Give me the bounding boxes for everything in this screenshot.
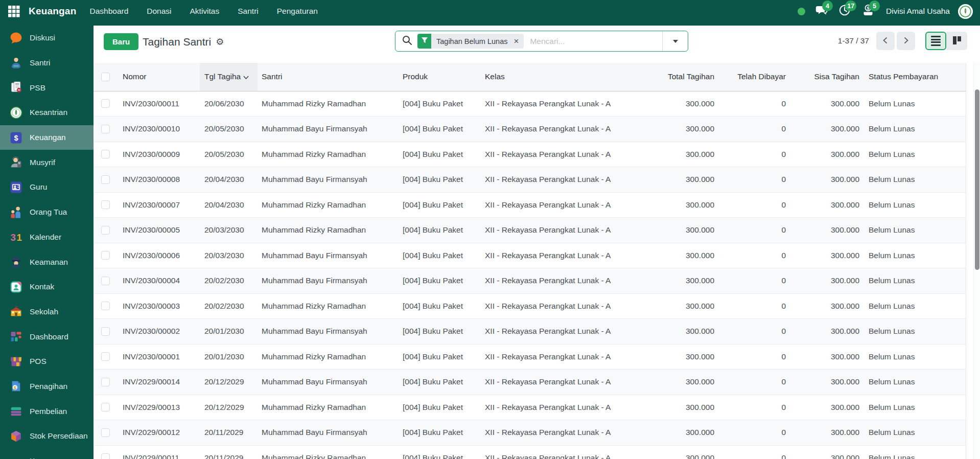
- cell-tgl[interactable]: 20/04/2030: [200, 167, 258, 193]
- cell-santri[interactable]: Muhammad Rizky Ramadhan: [258, 445, 399, 459]
- cell-santri[interactable]: Muhammad Bayu Firmansyah: [258, 243, 399, 268]
- sidebar-item-stok-persediaan[interactable]: Stok Persediaan: [0, 424, 94, 449]
- search-input[interactable]: [530, 37, 662, 46]
- row-checkbox[interactable]: [101, 175, 110, 184]
- messages-button[interactable]: 4: [813, 4, 829, 19]
- sidebar-item-keamanan[interactable]: Keamanan: [0, 249, 94, 274]
- column-header-dibayar[interactable]: Telah Dibayar: [715, 63, 787, 91]
- cell-nomor[interactable]: INV/2030/00009: [121, 142, 200, 167]
- cell-total[interactable]: 300.000: [662, 218, 715, 243]
- cell-nomor[interactable]: INV/2030/00010: [121, 117, 200, 142]
- cell-produk[interactable]: [004] Buku Paket: [399, 142, 481, 167]
- filter-remove-icon[interactable]: ×: [512, 37, 524, 45]
- cell-total[interactable]: 300.000: [662, 268, 715, 294]
- table-row[interactable]: INV/2030/0000620/03/2030Muhammad Bayu Fi…: [94, 243, 966, 268]
- cell-santri[interactable]: Muhammad Bayu Firmansyah: [258, 420, 399, 446]
- cell-produk[interactable]: [004] Buku Paket: [399, 218, 481, 243]
- cell-sisa[interactable]: 300.000: [787, 395, 860, 420]
- scrollbar-thumb[interactable]: [975, 89, 979, 270]
- cell-dibayar[interactable]: 0: [715, 167, 787, 193]
- cell-status[interactable]: Belum Lunas: [860, 243, 966, 268]
- cell-total[interactable]: 300.000: [662, 370, 715, 395]
- cell-dibayar[interactable]: 0: [715, 91, 787, 117]
- cell-kelas[interactable]: XII - Rekayasa Perangkat Lunak - A: [481, 445, 662, 459]
- cell-kelas[interactable]: XII - Rekayasa Perangkat Lunak - A: [481, 192, 662, 218]
- cell-status[interactable]: Belum Lunas: [860, 344, 966, 370]
- select-all-checkbox[interactable]: [101, 73, 110, 81]
- navbar-menu-item-dashboard[interactable]: Dashboard: [89, 7, 128, 16]
- cell-produk[interactable]: [004] Buku Paket: [399, 91, 481, 117]
- cell-produk[interactable]: [004] Buku Paket: [399, 243, 481, 268]
- cell-sisa[interactable]: 300.000: [787, 420, 860, 446]
- sidebar-item-keuangan[interactable]: $Keuangan: [0, 125, 94, 150]
- cell-dibayar[interactable]: 0: [715, 370, 787, 395]
- sidebar-item-dashboard[interactable]: Dashboard: [0, 324, 94, 349]
- cell-dibayar[interactable]: 0: [715, 445, 787, 459]
- cell-produk[interactable]: [004] Buku Paket: [399, 268, 481, 294]
- table-row[interactable]: INV/2030/0001120/06/2030Muhammad Rizky R…: [94, 91, 966, 117]
- cell-produk[interactable]: [004] Buku Paket: [399, 370, 481, 395]
- cell-total[interactable]: 300.000: [662, 445, 715, 459]
- cell-dibayar[interactable]: 0: [715, 268, 787, 294]
- sidebar-item-kontak[interactable]: Kontak: [0, 274, 94, 300]
- cell-nomor[interactable]: INV/2030/00011: [121, 91, 200, 117]
- cell-status[interactable]: Belum Lunas: [860, 395, 966, 420]
- row-checkbox[interactable]: [101, 226, 110, 235]
- cell-tgl[interactable]: 20/12/2029: [200, 395, 258, 420]
- cell-tgl[interactable]: 20/12/2029: [200, 370, 258, 395]
- cell-kelas[interactable]: XII - Rekayasa Perangkat Lunak - A: [481, 91, 662, 117]
- cell-sisa[interactable]: 300.000: [787, 192, 860, 218]
- cell-total[interactable]: 300.000: [662, 293, 715, 319]
- table-row[interactable]: INV/2030/0000420/02/2030Muhammad Bayu Fi…: [94, 268, 966, 294]
- cell-total[interactable]: 300.000: [662, 319, 715, 345]
- cell-dibayar[interactable]: 0: [715, 117, 787, 142]
- cell-tgl[interactable]: 20/02/2030: [200, 268, 258, 294]
- column-header-total[interactable]: Total Tagihan: [662, 63, 715, 91]
- user-avatar[interactable]: [958, 4, 973, 19]
- table-row[interactable]: INV/2029/0001220/11/2029Muhammad Bayu Fi…: [94, 420, 966, 446]
- new-button[interactable]: Baru: [104, 33, 138, 50]
- cell-sisa[interactable]: 300.000: [787, 142, 860, 167]
- table-row[interactable]: INV/2029/0001320/12/2029Muhammad Rizky R…: [94, 395, 966, 420]
- app-brand[interactable]: Keuangan: [29, 6, 76, 17]
- cell-produk[interactable]: [004] Buku Paket: [399, 319, 481, 345]
- cell-nomor[interactable]: INV/2030/00006: [121, 243, 200, 268]
- cell-santri[interactable]: Muhammad Rizky Ramadhan: [258, 91, 399, 117]
- cell-tgl[interactable]: 20/03/2030: [200, 243, 258, 268]
- column-header-status[interactable]: Status Pembayaran: [860, 63, 966, 91]
- cell-total[interactable]: 300.000: [662, 420, 715, 446]
- cell-kelas[interactable]: XII - Rekayasa Perangkat Lunak - A: [481, 370, 662, 395]
- cell-dibayar[interactable]: 0: [715, 192, 787, 218]
- cell-total[interactable]: 300.000: [662, 142, 715, 167]
- cell-nomor[interactable]: INV/2029/00013: [121, 395, 200, 420]
- vertical-scrollbar[interactable]: [973, 63, 980, 459]
- cell-kelas[interactable]: XII - Rekayasa Perangkat Lunak - A: [481, 218, 662, 243]
- cell-total[interactable]: 300.000: [662, 167, 715, 193]
- row-checkbox[interactable]: [101, 428, 110, 437]
- activities-button[interactable]: 17: [837, 4, 852, 19]
- cell-dibayar[interactable]: 0: [715, 395, 787, 420]
- cell-dibayar[interactable]: 0: [715, 420, 787, 446]
- company-name[interactable]: Divisi Amal Usaha: [886, 7, 950, 16]
- sidebar-item-k[interactable]: K: [0, 449, 94, 459]
- cell-nomor[interactable]: INV/2030/00007: [121, 192, 200, 218]
- cell-santri[interactable]: Muhammad Rizky Ramadhan: [258, 344, 399, 370]
- row-checkbox[interactable]: [101, 99, 110, 108]
- filter-facet[interactable]: Tagihan Belum Lunas ×: [417, 34, 524, 49]
- cell-status[interactable]: Belum Lunas: [860, 420, 966, 446]
- cell-sisa[interactable]: 300.000: [787, 268, 860, 294]
- cell-dibayar[interactable]: 0: [715, 344, 787, 370]
- sidebar-item-kalender[interactable]: 31Kalender: [0, 225, 94, 250]
- cell-total[interactable]: 300.000: [662, 243, 715, 268]
- cell-nomor[interactable]: INV/2030/00003: [121, 293, 200, 319]
- settings-gear-icon[interactable]: ⚙: [216, 37, 224, 47]
- cell-kelas[interactable]: XII - Rekayasa Perangkat Lunak - A: [481, 420, 662, 446]
- cell-total[interactable]: 300.000: [662, 192, 715, 218]
- cell-kelas[interactable]: XII - Rekayasa Perangkat Lunak - A: [481, 117, 662, 142]
- cell-produk[interactable]: [004] Buku Paket: [399, 395, 481, 420]
- table-row[interactable]: INV/2030/0000220/01/2030Muhammad Bayu Fi…: [94, 319, 966, 345]
- cell-sisa[interactable]: 300.000: [787, 293, 860, 319]
- cell-tgl[interactable]: 20/01/2030: [200, 344, 258, 370]
- table-row[interactable]: INV/2030/0000920/05/2030Muhammad Rizky R…: [94, 142, 966, 167]
- cell-tgl[interactable]: 20/04/2030: [200, 192, 258, 218]
